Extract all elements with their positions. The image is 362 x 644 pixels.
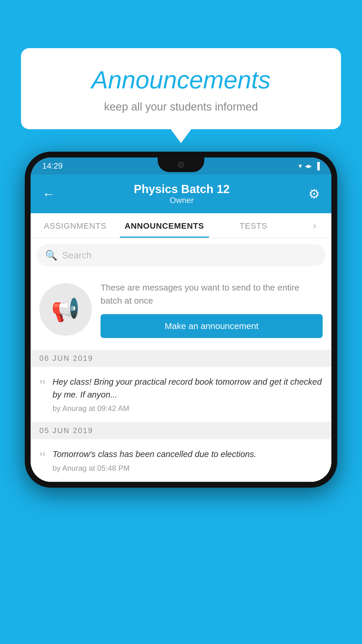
header-center: Physics Batch 12 Owner [55, 183, 308, 205]
speech-bubble-subtitle: keep all your students informed [33, 101, 329, 113]
header-subtitle: Owner [55, 196, 308, 205]
promo-icon-circle: 📢 [39, 283, 92, 336]
announcement-author-2: by Anurag at 05:48 PM [52, 464, 323, 473]
status-bar: 14:29 ▾ ◂▸ ▐ [31, 158, 331, 174]
phone-mockup: 14:29 ▾ ◂▸ ▐ ← Physics Batch 12 Owner ⚙ [25, 152, 337, 488]
search-bar[interactable]: 🔍 Search [36, 244, 326, 266]
status-time: 14:29 [42, 161, 63, 171]
promo-content: These are messages you want to send to t… [101, 281, 323, 338]
tabs-container: ASSIGNMENTS ANNOUNCEMENTS TESTS › [31, 213, 331, 238]
battery-icon: ▐ [315, 162, 320, 170]
announcement-content-1: Hey class! Bring your practical record b… [52, 376, 323, 413]
gear-icon[interactable]: ⚙ [308, 186, 320, 201]
announcement-content-2: Tomorrow's class has been cancelled due … [52, 448, 323, 473]
tab-more[interactable]: › [298, 213, 331, 238]
tab-announcements[interactable]: ANNOUNCEMENTS [120, 213, 209, 238]
back-button[interactable]: ← [42, 187, 55, 201]
announcement-text-2: Tomorrow's class has been cancelled due … [52, 448, 323, 461]
speech-bubble-title: Announcements [33, 66, 329, 94]
camera-dot [178, 162, 184, 168]
tab-assignments[interactable]: ASSIGNMENTS [31, 213, 120, 238]
announcement-promo: 📢 These are messages you want to send to… [31, 272, 331, 350]
speech-bubble-container: Announcements keep all your students inf… [21, 48, 341, 129]
phone-outer: 14:29 ▾ ◂▸ ▐ ← Physics Batch 12 Owner ⚙ [25, 152, 337, 488]
announcement-item-2[interactable]: " Tomorrow's class has been cancelled du… [31, 439, 331, 482]
signal-icon: ◂▸ [305, 162, 312, 170]
search-icon: 🔍 [45, 249, 57, 261]
search-placeholder: Search [62, 250, 92, 261]
announcement-item-1[interactable]: " Hey class! Bring your practical record… [31, 367, 331, 422]
promo-description: These are messages you want to send to t… [101, 281, 323, 307]
quote-icon-1: " [39, 378, 45, 393]
announcement-author-1: by Anurag at 09:42 AM [52, 404, 323, 413]
date-separator-2: 05 JUN 2019 [31, 422, 331, 439]
megaphone-icon: 📢 [51, 296, 80, 323]
announcement-text-1: Hey class! Bring your practical record b… [52, 376, 323, 401]
phone-inner: 14:29 ▾ ◂▸ ▐ ← Physics Batch 12 Owner ⚙ [31, 158, 331, 482]
wifi-icon: ▾ [298, 162, 302, 170]
notch [158, 158, 204, 172]
quote-icon-2: " [39, 450, 45, 466]
status-icons: ▾ ◂▸ ▐ [298, 162, 320, 170]
tab-tests[interactable]: TESTS [209, 213, 298, 238]
date-separator-1: 06 JUN 2019 [31, 350, 331, 367]
header-title: Physics Batch 12 [55, 183, 308, 196]
app-header: ← Physics Batch 12 Owner ⚙ [31, 174, 331, 213]
speech-bubble: Announcements keep all your students inf… [21, 48, 341, 129]
make-announcement-button[interactable]: Make an announcement [101, 314, 323, 338]
